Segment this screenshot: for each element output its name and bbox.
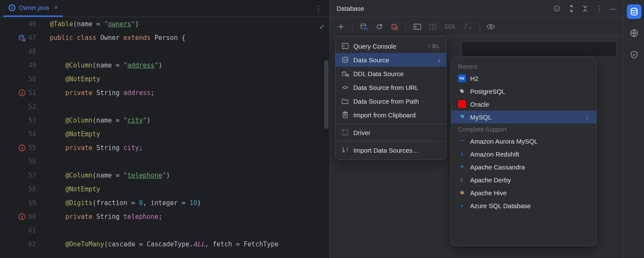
menu-item-label: Data Source from Path (353, 98, 419, 105)
code-line[interactable]: @Column(name = "telephone") (50, 169, 329, 182)
datasource-properties-button[interactable] (358, 21, 370, 33)
code-line[interactable]: @Table(name = "owners") (50, 17, 329, 31)
navigate-button[interactable] (462, 21, 474, 33)
url-icon (341, 83, 349, 91)
web-tool-button[interactable] (627, 26, 641, 40)
gutter-line[interactable]: 62 (0, 237, 39, 251)
autowired-gutter-icon[interactable]: a (18, 144, 26, 152)
code-line[interactable] (50, 155, 329, 169)
gutter-line[interactable]: 59 (0, 196, 39, 210)
tab-more-icon[interactable]: ⋮ (311, 4, 326, 13)
code-line[interactable]: @OneToMany(cascade = CascadeType.ALL, fe… (50, 237, 329, 251)
datasource-option-azure-sql-database[interactable]: ▲Azure SQL Database (451, 199, 596, 212)
gutter-line[interactable]: 46 (0, 17, 39, 31)
gutter-line[interactable]: 61 (0, 224, 39, 237)
gutter-line[interactable]: 50 (0, 72, 39, 86)
menu-item-data-source-from-path[interactable]: Data Source from Path (335, 94, 446, 108)
database-toolbar: DDL (330, 17, 623, 36)
menu-item-data-source-from-url[interactable]: Data Source from URL (335, 80, 446, 94)
gutter-line[interactable]: 49 (0, 58, 39, 72)
db-logo-icon: ▲ (458, 202, 466, 209)
datasource-option-apache-hive[interactable]: 🐝Apache Hive (451, 186, 596, 199)
code-line[interactable]: private String city; (50, 141, 329, 155)
add-button[interactable] (335, 21, 347, 33)
right-tool-rail (623, 0, 644, 258)
jump-to-console-button[interactable] (411, 21, 423, 33)
minimize-icon[interactable]: — (610, 5, 617, 12)
view-button[interactable] (485, 21, 497, 33)
code-line[interactable]: @Digits(fraction = 0, integer = 10) (50, 196, 329, 210)
db-logo-icon: 👁 (458, 163, 466, 171)
code-line[interactable]: @Column(name = "address") (50, 58, 329, 72)
svg-rect-17 (342, 43, 348, 49)
search-input[interactable] (461, 41, 617, 57)
datasource-option-postgresql[interactable]: 🐘PostgreSQL (451, 85, 596, 98)
refresh-button[interactable] (373, 21, 385, 33)
db-gutter-icon[interactable] (18, 34, 26, 42)
code-line[interactable] (50, 100, 329, 114)
code-area[interactable]: @Table(name = "owners")public class Owne… (43, 17, 329, 258)
gutter-line[interactable]: 56 (0, 155, 39, 169)
datasource-option-h-[interactable]: H2H2 (451, 72, 596, 85)
code-line[interactable]: @NotEmpty (50, 182, 329, 196)
menu-separator (335, 141, 446, 141)
datasource-option-oracle[interactable]: Oracle (451, 98, 596, 111)
database-panel: Database ⋮ — (330, 0, 623, 258)
code-line[interactable]: @Column(name = "city") (50, 114, 329, 127)
menu-item-query-console[interactable]: Query Console⇧⌘L (335, 39, 446, 53)
stop-button[interactable] (389, 21, 401, 33)
inspection-ok-icon[interactable]: ✓ (319, 20, 324, 34)
datasource-option-apache-cassandra[interactable]: 👁Apache Cassandra (451, 160, 596, 173)
shield-tool-button[interactable] (627, 47, 641, 62)
gutter-line[interactable]: a55 (0, 141, 39, 155)
menu-item-ddl-data-source[interactable]: DDLDDL Data Source (335, 67, 446, 80)
autowired-gutter-icon[interactable]: a (18, 213, 26, 221)
datasource-option-mysql[interactable]: 🐬MySQL (451, 111, 596, 123)
menu-item-data-source[interactable]: Data Source› (335, 53, 446, 67)
editor-tab-bar: C Owner.java × ⋮ (0, 0, 329, 17)
svg-rect-1 (23, 39, 25, 41)
menu-item-import-data-sources-[interactable]: Import Data Sources… (335, 143, 446, 157)
svg-point-13 (395, 27, 398, 30)
target-icon[interactable] (553, 5, 561, 12)
database-panel-header: Database ⋮ — (330, 0, 623, 17)
separator (479, 22, 480, 31)
tab-owner-java[interactable]: C Owner.java × (3, 0, 63, 17)
more-icon[interactable]: ⋮ (596, 5, 602, 12)
code-line[interactable] (50, 224, 329, 237)
expand-icon[interactable] (568, 5, 574, 12)
menu-item-label: Data Source from URL (353, 84, 419, 91)
gutter-line[interactable]: a51 (0, 86, 39, 100)
menu-item-label: Import Data Sources… (353, 147, 419, 154)
datasource-option-amazon-aurora-mysql[interactable]: 〰Amazon Aurora MySQL (451, 135, 596, 147)
datasource-name: Apache Hive (470, 189, 507, 197)
collapse-icon[interactable] (582, 6, 588, 12)
gutter-line[interactable]: 47 (0, 31, 39, 45)
gutter-line[interactable]: 48 (0, 45, 39, 58)
menu-item-import-from-clipboard[interactable]: Import from Clipboard (335, 108, 446, 122)
datasource-name: H2 (470, 75, 478, 82)
code-line[interactable]: @NotEmpty (50, 72, 329, 86)
code-line[interactable] (50, 45, 329, 58)
gutter-line[interactable]: 53 (0, 114, 39, 127)
datasource-option-amazon-redshift[interactable]: ▮Amazon Redshift (451, 147, 596, 160)
code-line[interactable]: public class Owner extends Person { (50, 31, 329, 45)
menu-item-driver[interactable]: Driver (335, 126, 446, 139)
autowired-gutter-icon[interactable]: a (18, 89, 26, 97)
gutter-line[interactable]: 57 (0, 169, 39, 182)
ddl-button[interactable]: DDL (442, 23, 459, 30)
gutter-line[interactable]: 58 (0, 182, 39, 196)
gutter-line[interactable]: a60 (0, 210, 39, 224)
scrollbar-vertical[interactable] (324, 60, 328, 129)
gutter-line[interactable]: 52 (0, 100, 39, 114)
code-line[interactable]: private String address; (50, 86, 329, 100)
close-icon[interactable]: × (54, 4, 58, 12)
code-line[interactable]: private String telephone; (50, 210, 329, 224)
submenu-section-header: Complete Support (451, 123, 596, 135)
code-line[interactable]: @NotEmpty (50, 127, 329, 141)
table-view-button[interactable] (427, 21, 439, 33)
database-tool-button[interactable] (627, 4, 641, 19)
datasource-option-apache-derby[interactable]: 🎩Apache Derby (451, 173, 596, 186)
editor-body[interactable]: ✓ 4647484950a51525354a5556575859a606162 … (0, 17, 329, 258)
gutter-line[interactable]: 54 (0, 127, 39, 141)
